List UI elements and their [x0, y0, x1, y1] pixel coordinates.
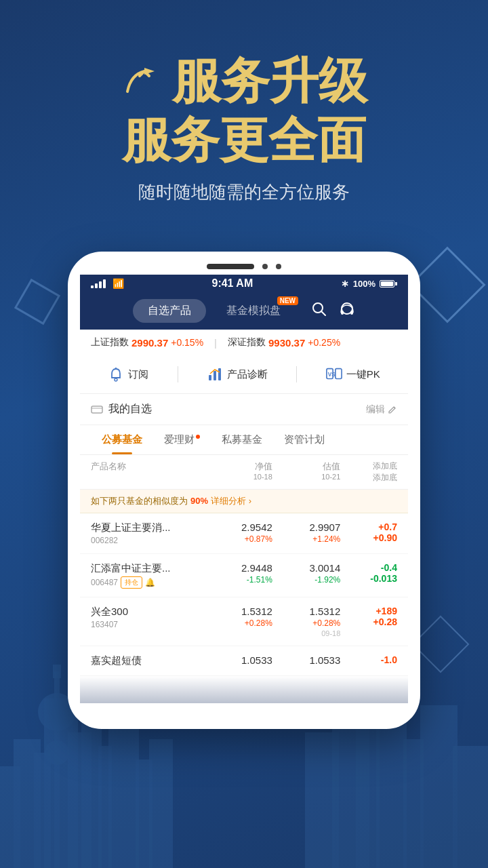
status-time: 9:41 AM — [211, 277, 253, 290]
phone-bottom — [80, 703, 408, 717]
svg-line-39 — [394, 407, 395, 408]
tab-private-fund[interactable]: 私募基金 — [211, 425, 273, 454]
search-icon[interactable] — [312, 302, 327, 320]
fund-nav-3: 1.0533 — [204, 654, 272, 666]
fund-row-1: 汇添富中证主要... 006487 持仓 🔔 2.9448 -1.51% 3.0… — [80, 554, 408, 597]
svg-rect-14 — [305, 732, 339, 868]
fund-add-1: -0.4 -0.013 — [340, 562, 397, 584]
fund-code-0: 006282 — [91, 536, 204, 545]
watchlist-title-area: 我的自选 — [91, 402, 152, 416]
watchlist-header: 我的自选 编辑 — [80, 394, 408, 425]
fund-nav-1: 2.9448 -1.51% — [204, 562, 272, 585]
svg-rect-19 — [420, 705, 458, 868]
signal-area: 📶 — [91, 278, 124, 289]
tab-watchlist[interactable]: 自选产品 — [133, 299, 206, 323]
fund-badge-1: 持仓 — [121, 576, 142, 589]
watchlist-title-text: 我的自选 — [108, 402, 152, 416]
svg-rect-10 — [98, 746, 112, 868]
fund-info-1: 汇添富中证主要... 006487 持仓 🔔 — [91, 562, 204, 589]
svg-rect-9 — [81, 712, 102, 868]
svg-text:VS: VS — [328, 371, 336, 378]
fund-bell-1: 🔔 — [145, 578, 155, 587]
tab-public-fund[interactable]: 公募基金 — [91, 425, 153, 454]
action-pk[interactable]: VS 一键PK — [326, 366, 380, 382]
svg-rect-15 — [332, 712, 359, 868]
fund-name-3[interactable]: 嘉实超短债 — [91, 654, 204, 667]
chart-icon — [207, 366, 223, 382]
hero-subtitle: 随时随地随需的全方位服务 — [27, 180, 461, 204]
tab-asset-mgmt[interactable]: 资管计划 — [273, 425, 336, 454]
fund-code-1: 006487 持仓 🔔 — [91, 576, 204, 589]
svg-rect-1 — [14, 739, 41, 868]
action-subscribe[interactable]: 订阅 — [108, 366, 148, 382]
sz-value: 9930.37 — [268, 337, 305, 349]
phone-speaker — [80, 264, 408, 269]
fund-row-2: 兴全300 163407 1.5312 +0.28% 1.5312 +0.28%… — [80, 597, 408, 646]
svg-rect-18 — [403, 739, 424, 868]
alert-text: 如下两只基金的相似度为 — [91, 495, 188, 507]
sh-change: +0.15% — [171, 337, 203, 348]
wealth-dot — [196, 435, 200, 439]
svg-rect-17 — [376, 719, 407, 868]
svg-rect-33 — [218, 368, 221, 380]
fund-est-0: 2.9907 +1.24% — [272, 521, 340, 544]
sz-label: 深证指数 — [228, 336, 266, 349]
fund-info-2: 兴全300 163407 — [91, 606, 204, 629]
index-divider: | — [214, 337, 217, 349]
watchlist-edit-btn[interactable]: 编辑 — [366, 403, 397, 416]
vs-icon: VS — [326, 366, 342, 382]
fund-nav-2: 1.5312 +0.28% — [204, 606, 272, 628]
fund-est-3: 1.0533 — [272, 654, 340, 666]
wifi-icon: 📶 — [113, 278, 124, 289]
action-div-1 — [178, 366, 178, 382]
app-tab-bar: 自选产品 基金模拟盘 NEW — [80, 292, 408, 330]
subscribe-label: 订阅 — [128, 368, 148, 381]
battery-area: ∗ 100% — [341, 278, 397, 289]
battery-icon — [380, 280, 397, 288]
headphone-icon[interactable] — [339, 301, 355, 321]
tab-wealth[interactable]: 爱理财 — [153, 425, 211, 454]
fund-nav-0: 2.9542 +0.87% — [204, 521, 272, 544]
fund-tabs: 公募基金 爱理财 私募基金 资管计划 — [80, 425, 408, 455]
phone-mockup: 📶 9:41 AM ∗ 100% 自选产品 基金模拟盘 NEW — [68, 252, 420, 729]
fund-row-3: 嘉实超短债 1.0533 1.0533 -1.0 — [80, 646, 408, 676]
app-main-content: 上证指数 2990.37 +0.15% | 深证指数 9930.37 +0.25… — [80, 330, 408, 703]
svg-rect-8 — [68, 732, 92, 868]
status-bar: 📶 9:41 AM ∗ 100% — [80, 275, 408, 292]
fund-add-0: +0.7 +0.90 — [340, 521, 397, 543]
fund-name-1[interactable]: 汇添富中证主要... — [91, 562, 204, 575]
fund-name-2[interactable]: 兴全300 — [91, 606, 204, 618]
sh-value: 2990.37 — [131, 337, 168, 349]
action-bar: 订阅 产品诊断 — [80, 355, 408, 394]
diagnosis-label: 产品诊断 — [227, 368, 268, 381]
svg-rect-37 — [92, 406, 102, 413]
fund-info-3: 嘉实超短债 — [91, 654, 204, 667]
svg-rect-0 — [0, 766, 20, 868]
sh-index: 上证指数 2990.37 +0.15% — [91, 336, 203, 349]
tab-fund-sim[interactable]: 基金模拟盘 NEW — [211, 299, 296, 323]
sz-index: 深证指数 9930.37 +0.25% — [228, 336, 340, 349]
svg-point-6 — [45, 741, 69, 765]
fund-est-2: 1.5312 +0.28% 09-18 — [272, 606, 340, 637]
fund-name-0[interactable]: 华夏上证主要消... — [91, 521, 204, 534]
alert-link[interactable]: 详细分析 › — [211, 495, 251, 507]
fund-info-0: 华夏上证主要消... 006282 — [91, 521, 204, 545]
col-est-header: 估值 10-21 — [272, 460, 340, 484]
svg-rect-32 — [214, 371, 216, 380]
action-div-2 — [296, 366, 297, 382]
bell-icon — [108, 366, 124, 382]
fund-code-2: 163407 — [91, 620, 204, 629]
fund-add-2: +189 +0.28 — [340, 606, 397, 627]
arrow-icon — [121, 61, 161, 102]
col-add-header: 添加底添加底 — [340, 460, 397, 484]
star-icon — [91, 403, 103, 416]
fund-row-0: 华夏上证主要消... 006282 2.9542 +0.87% 2.9907 +… — [80, 513, 408, 554]
bluetooth-icon: ∗ — [341, 278, 349, 289]
tab-new-badge: NEW — [277, 296, 298, 305]
svg-rect-2 — [34, 753, 51, 868]
col-nav-header: 净值 10-18 — [204, 460, 272, 484]
hero-title-line2: 服务更全面 — [27, 113, 461, 167]
fund-est-1: 3.0014 -1.92% — [272, 562, 340, 585]
action-diagnosis[interactable]: 产品诊断 — [207, 366, 268, 382]
pk-label: 一键PK — [346, 368, 380, 381]
